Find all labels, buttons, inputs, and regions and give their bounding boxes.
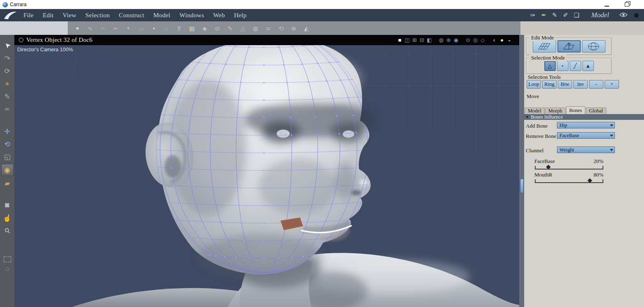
ring-tool[interactable]: ⊚ (212, 23, 223, 33)
menu-selection[interactable]: Selection (81, 11, 114, 19)
diamond-tool[interactable]: ◈ (199, 23, 210, 33)
scale-tool[interactable]: ◱ (2, 151, 13, 163)
sphere-primitive-tool[interactable]: ● (72, 23, 83, 33)
menu-web[interactable]: Web (209, 11, 229, 19)
selection-mode-wire-button[interactable]: △ (544, 61, 556, 71)
half-oval-tool[interactable]: ◖ (148, 23, 159, 33)
target-orbit-icon[interactable]: ◎ (472, 37, 479, 44)
slider-handle[interactable] (546, 165, 551, 169)
rotate-view-tool[interactable]: ⟳ (2, 65, 13, 77)
sphere-brush-tool[interactable]: ● (2, 78, 13, 89)
selection-tool-inv-button[interactable]: Inv (573, 80, 588, 89)
wire-sphere-tool[interactable]: ◍ (250, 23, 261, 33)
selection-tool-ring-button[interactable]: Ring (542, 80, 557, 89)
brush-tool-icon[interactable]: ✒ (541, 11, 546, 19)
tab-morph[interactable]: Morph (545, 108, 566, 114)
select-arrow-tool[interactable]: ➤ (0, 37, 15, 54)
bottom-shaded-icon[interactable]: ◒ (506, 37, 513, 44)
lathe-tool[interactable]: ⊻ (174, 23, 185, 33)
bend-arrow-tool[interactable]: ↷ (2, 53, 13, 64)
layout-split-icon[interactable]: ◧ (426, 37, 433, 44)
lasso-select-tool[interactable]: ◌ (2, 263, 13, 275)
eye-icon[interactable] (619, 11, 628, 19)
polygon-tool[interactable]: ▱ (135, 23, 147, 33)
slider-track-facebase[interactable] (535, 165, 603, 170)
dot-globe-icon[interactable]: ◉ (453, 37, 459, 44)
shaded-preview-icon[interactable]: ● (499, 37, 505, 44)
viewport-canvas[interactable]: Director's Camera 100% (14, 45, 519, 307)
vault-tool[interactable]: ⌂ (161, 23, 172, 33)
spin-tool[interactable]: ⟲ (275, 23, 286, 33)
edit-mode-sphere-button[interactable] (582, 40, 605, 53)
menu-edit[interactable]: Edit (38, 11, 58, 19)
layout-single-icon[interactable]: ■ (396, 37, 403, 44)
viewport-menu-icon[interactable] (19, 38, 23, 42)
wedge-tool[interactable]: ▰ (2, 177, 13, 189)
visibility-dot-icon[interactable] (634, 13, 639, 18)
move-tool[interactable]: ✛ (2, 126, 13, 137)
add-bone-dropdown[interactable]: Hip (557, 122, 615, 128)
layout-2pane-icon[interactable]: ◫ (404, 37, 410, 44)
menu-file[interactable]: File (19, 11, 38, 19)
edit-mode-grid-button[interactable] (533, 40, 556, 53)
menu-model[interactable]: Model (149, 11, 175, 19)
scissors-tool[interactable]: ✂ (110, 23, 121, 33)
menu-help[interactable]: Help (229, 11, 251, 19)
half-shaded-icon[interactable]: ◐ (491, 37, 498, 44)
pen-tool[interactable]: ✎ (225, 23, 236, 33)
bones-influence-header[interactable]: ▼ Bones Influence (524, 114, 644, 120)
left-toolbar: ➤↷⟳●✎∞✛⟲◱◉▰◙☝⚲◌ (0, 35, 14, 307)
wire-globe-icon[interactable]: ◍ (438, 37, 445, 44)
slider-handle[interactable] (587, 178, 592, 183)
knife-tool-icon[interactable]: ✐ (563, 11, 568, 19)
tab-bones[interactable]: Bones (566, 106, 585, 114)
grid-tool[interactable]: ▦ (186, 23, 197, 33)
selection-mode-face-button[interactable]: ▲ (582, 61, 594, 71)
axis-globe-icon[interactable]: ⊕ (445, 37, 452, 44)
selection-tool-minus-button[interactable]: - (589, 80, 603, 89)
orbit-icon[interactable]: ⊙ (465, 37, 471, 44)
remove-bone-dropdown[interactable]: FaceBase (557, 132, 615, 139)
arc-tool[interactable]: ∩ (97, 23, 108, 33)
needle-tool[interactable]: ✎ (2, 91, 13, 102)
maximize-button[interactable] (625, 2, 629, 7)
pose-tool-icon[interactable]: ✑ (530, 11, 536, 19)
layout-4pane-icon[interactable]: ⊞ (411, 37, 418, 44)
menu-view[interactable]: View (58, 11, 81, 19)
selection-mode-edge-button[interactable]: ╱ (570, 61, 581, 71)
splitter-handle[interactable] (520, 179, 524, 193)
camera-label[interactable]: Director's Camera 100% (17, 47, 73, 53)
marquee-select-tool[interactable] (4, 257, 11, 262)
tab-global[interactable]: Global (586, 108, 606, 114)
menu-windows[interactable]: Windows (175, 11, 209, 19)
target-point-tool[interactable]: ⌖ (123, 23, 134, 33)
3d-scene (14, 45, 519, 307)
chain-link-tool[interactable]: ∞ (2, 103, 13, 115)
selection-tool-btw-button[interactable]: Btw (558, 80, 572, 89)
pyramid-tool[interactable]: ◭ (301, 23, 312, 33)
flat-preview-icon[interactable]: ◇ (479, 37, 486, 44)
page-tool-icon[interactable]: ❏ (574, 11, 579, 19)
cone-tool[interactable]: ◬ (237, 23, 248, 33)
app-icon (2, 2, 8, 7)
tab-model[interactable]: Model (525, 108, 545, 114)
curve-tool[interactable]: ∿ (85, 23, 96, 33)
camera-tool[interactable]: ◙ (2, 199, 13, 211)
wave-tool[interactable]: ≋ (263, 23, 274, 33)
universal-manipulator-tool[interactable]: ◉ (1, 164, 14, 176)
selection-tool-plus-button[interactable]: + (605, 80, 619, 89)
layout-3pane-icon[interactable]: ⊟ (419, 37, 425, 44)
channel-dropdown[interactable]: Weight (557, 147, 615, 153)
add-point-tool[interactable]: ⊕ (288, 23, 299, 33)
menu-construct[interactable]: Construct (115, 11, 149, 19)
selection-tool-loop-button[interactable]: Loop (527, 80, 541, 89)
edit-mode-gizmo-button[interactable] (557, 40, 581, 53)
minimize-button[interactable] (605, 2, 609, 7)
collapse-triangle-icon[interactable]: ▼ (525, 115, 529, 119)
carrara-logo-icon (3, 10, 17, 20)
zoom-tool[interactable]: ⚲ (0, 222, 15, 239)
slider-track-mouthr[interactable] (535, 179, 603, 183)
pen-tool-icon[interactable]: ✎ (552, 11, 557, 19)
rotate-tool[interactable]: ⟲ (2, 138, 13, 150)
selection-mode-point-button[interactable]: • (557, 61, 568, 71)
